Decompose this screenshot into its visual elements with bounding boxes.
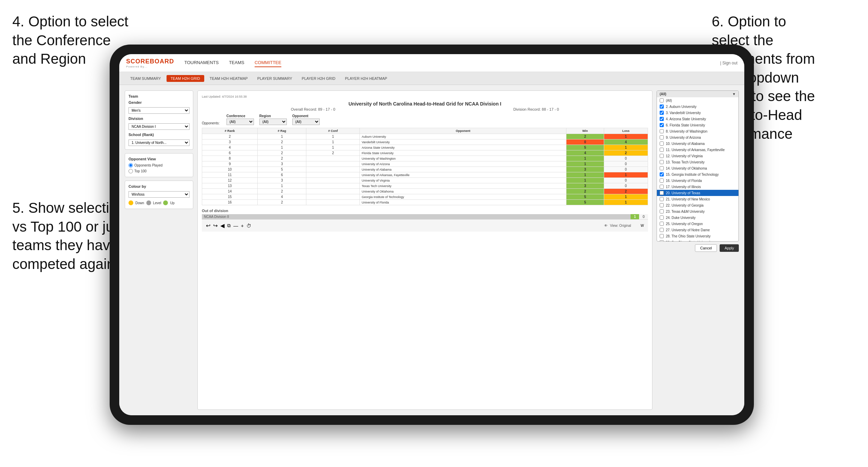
colour-label: Colour by [129, 184, 190, 188]
tab-player-summary[interactable]: PLAYER SUMMARY [253, 75, 296, 82]
dropdown-item[interactable]: 24. Duke University [657, 214, 738, 221]
tab-team-summary[interactable]: TEAM SUMMARY [126, 75, 165, 82]
dropdown-item-label: 2. Auburn University [666, 105, 697, 109]
dropdown-checkbox[interactable] [660, 172, 664, 176]
cell-rag: 5 [258, 167, 306, 172]
dropdown-item[interactable]: 28. The Ohio State University [657, 233, 738, 239]
action-bar: Cancel Apply [657, 244, 739, 252]
dropdown-checkbox[interactable] [660, 117, 664, 121]
cell-rag: 3 [258, 178, 306, 183]
nav-items: TOURNAMENTS TEAMS COMMITTEE [184, 59, 281, 67]
colour-select[interactable]: Win/loss [129, 191, 190, 198]
left-panel: Team Gender Men's Division NCAA Division… [125, 90, 193, 410]
dropdown-checkbox[interactable] [660, 142, 664, 146]
dropdown-item-label: 22. University of Georgia [666, 204, 704, 207]
dropdown-item[interactable]: 16. University of Florida [657, 177, 738, 184]
radio-top100-input[interactable] [129, 169, 133, 173]
nav-teams[interactable]: TEAMS [229, 59, 244, 67]
radio-opponents-played-input[interactable] [129, 163, 133, 168]
dropdown-checkbox[interactable] [660, 105, 664, 109]
dropdown-checkbox[interactable] [660, 148, 664, 152]
dropdown-item[interactable]: 3. Vanderbilt University [657, 110, 738, 116]
dropdown-item[interactable]: 14. University of Oklahoma [657, 165, 738, 171]
apply-button[interactable]: Apply [720, 244, 739, 252]
dropdown-item[interactable]: 22. University of Georgia [657, 202, 738, 208]
cell-opponent: Vanderbilt University [360, 139, 566, 145]
dropdown-checkbox[interactable] [660, 154, 664, 158]
dropdown-checkbox[interactable] [660, 135, 664, 139]
tab-team-h2h-heatmap[interactable]: TEAM H2H HEATMAP [206, 75, 252, 82]
minus-icon[interactable]: — [233, 223, 238, 229]
region-select[interactable]: (All) [259, 119, 287, 125]
dropdown-item[interactable]: 10. University of Alabama [657, 140, 738, 147]
dropdown-item[interactable]: 21. University of New Mexico [657, 196, 738, 202]
dropdown-checkbox[interactable] [660, 222, 664, 226]
dropdown-checkbox[interactable] [660, 185, 664, 189]
dropdown-checkbox[interactable] [660, 179, 664, 183]
dropdown-item[interactable]: 9. University of Arizona [657, 134, 738, 140]
dropdown-checkbox[interactable] [660, 191, 664, 195]
dropdown-item[interactable]: 4. Arizona State University [657, 116, 738, 122]
dropdown-item[interactable]: 27. University of Notre Dame [657, 227, 738, 233]
col-rag: # Rag [258, 128, 306, 134]
tab-player-h2h-grid[interactable]: PLAYER H2H GRID [298, 75, 340, 82]
dropdown-checkbox[interactable] [660, 234, 664, 238]
dropdown-item[interactable]: 15. Georgia Institute of Technology [657, 171, 738, 177]
filter-opponent: Opponent (All) [292, 114, 320, 125]
nav-committee[interactable]: COMMITTEE [255, 59, 281, 67]
dropdown-item[interactable]: (All) [657, 97, 738, 103]
dropdown-checkbox[interactable] [660, 166, 664, 170]
back-icon[interactable]: ◀ [220, 222, 224, 229]
right-panel: (All) ▼ (All) 2. Auburn University 3. Va… [657, 90, 739, 410]
plus-icon[interactable]: + [241, 223, 244, 229]
copy-icon[interactable]: ⧉ [227, 223, 231, 229]
dropdown-checkbox[interactable] [660, 216, 664, 220]
dropdown-checkbox[interactable] [660, 98, 664, 102]
tab-team-h2h-grid[interactable]: TEAM H2H GRID [167, 75, 204, 82]
cell-rank: 13 [202, 183, 258, 189]
nav-tournaments[interactable]: TOURNAMENTS [184, 59, 219, 67]
dropdown-checkbox[interactable] [660, 240, 664, 241]
cell-loss: 0 [604, 183, 648, 189]
dropdown-checkbox[interactable] [660, 129, 664, 133]
school-select[interactable]: 1. University of North... [129, 139, 190, 146]
cell-loss: 1 [604, 145, 648, 150]
cell-conf [306, 178, 360, 183]
undo-icon[interactable]: ↩ [206, 222, 210, 229]
cell-win: 2 [566, 189, 604, 194]
conference-select[interactable]: (All) [227, 119, 254, 125]
dropdown-checkbox[interactable] [660, 228, 664, 232]
table-row: 3 2 1 Vanderbilt University 0 4 [202, 139, 648, 145]
dropdown-checkbox[interactable] [660, 123, 664, 127]
dropdown-checkbox[interactable] [660, 209, 664, 213]
cancel-button[interactable]: Cancel [695, 244, 717, 252]
dropdown-checkbox[interactable] [660, 160, 664, 164]
dropdown-item[interactable]: 6. Florida State University [657, 122, 738, 128]
dropdown-item[interactable]: 13. Texas Tech University [657, 159, 738, 165]
dropdown-item[interactable]: 25. University of Oregon [657, 221, 738, 227]
tab-player-h2h-heatmap[interactable]: PLAYER H2H HEATMAP [341, 75, 391, 82]
radio-opponents-played[interactable]: Opponents Played [129, 163, 190, 168]
clock-icon[interactable]: ⏱ [246, 223, 251, 229]
opponents-filter-label: Opponents: [202, 121, 220, 125]
opponent-select[interactable]: (All) [292, 119, 320, 125]
dropdown-checkbox[interactable] [660, 203, 664, 207]
radio-top100[interactable]: Top 100 [129, 169, 190, 173]
division-select[interactable]: NCAA Division I [129, 123, 190, 130]
region-filter-label: Region [259, 114, 287, 118]
dropdown-item[interactable]: 20. University of Texas [657, 190, 738, 196]
dropdown-item[interactable]: 12. University of Virginia [657, 153, 738, 159]
dropdown-checkbox[interactable] [660, 111, 664, 115]
dropdown-list[interactable]: (All) 2. Auburn University 3. Vanderbilt… [657, 97, 738, 241]
nav-sign-out[interactable]: | Sign out [720, 61, 737, 65]
cell-loss: 4 [604, 139, 648, 145]
dropdown-item[interactable]: 8. University of Washington [657, 128, 738, 134]
gender-select[interactable]: Men's [129, 107, 190, 114]
dropdown-item[interactable]: 23. Texas A&M University [657, 208, 738, 214]
dropdown-checkbox[interactable] [660, 197, 664, 201]
redo-icon[interactable]: ↪ [213, 222, 218, 229]
dropdown-item[interactable]: 29. San Diego State University [657, 239, 738, 241]
dropdown-item[interactable]: 17. University of Illinois [657, 184, 738, 190]
dropdown-item[interactable]: 11. University of Arkansas, Fayetteville [657, 147, 738, 153]
dropdown-item[interactable]: 2. Auburn University [657, 103, 738, 110]
